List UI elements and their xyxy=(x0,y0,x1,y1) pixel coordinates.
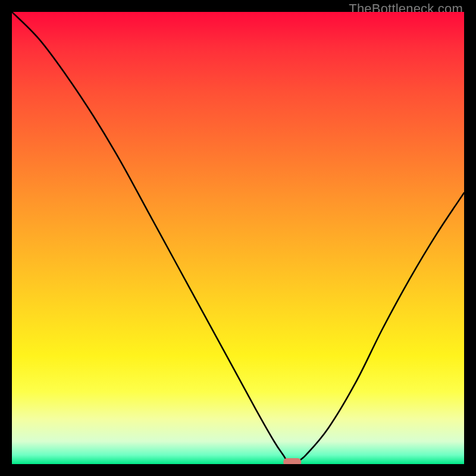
chart-canvas: TheBottleneck.com xyxy=(0,0,476,476)
chart-svg xyxy=(12,12,464,464)
minimum-marker xyxy=(283,458,301,464)
bottleneck-curve xyxy=(12,12,464,464)
plot-area xyxy=(12,12,464,464)
